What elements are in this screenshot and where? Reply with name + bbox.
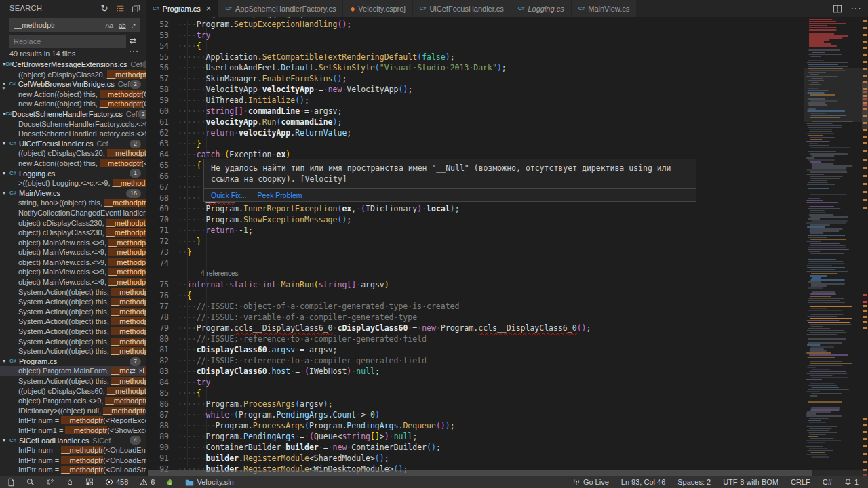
code-line[interactable]: 85····{ [146, 388, 201, 399]
code-line[interactable]: 73··} [146, 247, 192, 258]
search-match-row[interactable]: IntPtr num = __methodptr(<ReportExceptio… [0, 415, 146, 426]
code-line[interactable]: 61······velocityApp.Run(commandLine); [146, 117, 342, 127]
chevron-down-icon[interactable]: ▾ [3, 436, 9, 446]
search-match-row[interactable]: object) MainView.ccls.<>9, __methodptr(<… [0, 247, 146, 258]
collapse-all-icon[interactable] [131, 3, 140, 13]
search-file-row[interactable]: ▾C#MainView.cs16 [0, 188, 146, 199]
code-line[interactable]: 53····try [146, 30, 210, 41]
code-line[interactable]: 81····cDisplayClass60.argsv·=·argsv; [146, 344, 338, 355]
code-line[interactable]: 56······UserLookAndFeel.Default.SetSkinS… [146, 62, 507, 73]
chevron-down-icon[interactable]: ▾ [3, 139, 9, 149]
code-line[interactable]: 65····{ [146, 160, 201, 171]
replace-all-icon[interactable]: ⇄ [130, 36, 136, 45]
code-line[interactable]: 87······while·(Program.PendingArgs.Count… [146, 409, 380, 420]
chevron-down-icon[interactable]: ▾ [3, 188, 9, 199]
codelens-references[interactable]: 4 references [146, 268, 239, 279]
search-file-row[interactable]: ▾C#CefBrowserMessageExtensions.csCef1 [0, 60, 146, 70]
code-line[interactable]: 80····//·ISSUE:·reference·to·a·compiler-… [146, 333, 427, 344]
replace-icon[interactable]: ⇄ [129, 366, 135, 376]
search-match-row[interactable]: new Action((object) this, __methodptr(On… [0, 99, 146, 109]
search-match-row[interactable]: object) MainView.ccls.<>9, __methodptr(<… [0, 267, 146, 277]
search-match-row[interactable]: ((object) cDisplayClass20, __methodptr(<… [0, 70, 146, 80]
search-file-row[interactable]: ▾C#UiCefFocusHandler.csCef2 [0, 139, 146, 149]
search-match-row[interactable]: System.Action((object) this, __methodptr… [0, 317, 146, 327]
search-match-row[interactable]: IntPtr num1 = __methodptr(<ShowException… [0, 426, 146, 436]
whole-word-icon[interactable]: ab [117, 21, 127, 30]
code-line[interactable]: 82····//·ISSUE:·reference·to·a·compiler-… [146, 355, 427, 366]
code-line[interactable]: 83····cDisplayClass60.host·=·(IWebHost)·… [146, 366, 380, 377]
status-ln-93-col-46[interactable]: Ln 93, Col 46 [620, 478, 667, 486]
search-match-row[interactable]: string, bool>((object) this, __methodptr… [0, 198, 146, 208]
code-line[interactable]: 75··internal·static·int·MainRun(string[]… [146, 279, 389, 290]
search-match-row[interactable]: new Action((object) this, __methodptr(On… [0, 89, 146, 100]
search-match-row[interactable]: ((object) cDisplayClass60, __methodptr(<… [0, 386, 146, 396]
search-match-row[interactable]: System.Action((object) this, __methodptr… [0, 337, 146, 347]
code-line[interactable]: 89······Program.PendingArgs·=·(Queue<str… [146, 431, 417, 442]
source-control-icon[interactable] [45, 478, 56, 486]
live-server-flame-icon[interactable] [165, 478, 175, 487]
code-line[interactable]: 74 [146, 258, 178, 268]
code-line[interactable]: 63····} [146, 138, 201, 149]
dismiss-icon[interactable]: × [139, 366, 143, 376]
code-line[interactable]: 67······ [146, 182, 206, 192]
code-line[interactable]: 90······ContainerBuilder·builder·=·new·C… [146, 442, 441, 453]
status-spaces-2[interactable]: Spaces: 2 [676, 478, 712, 486]
debug-icon[interactable] [64, 478, 75, 486]
code-line[interactable]: 69······Program.InnerReportException(ex,… [146, 203, 460, 214]
search-match-row[interactable]: ((object) cDisplayClass20, __methodptr(<… [0, 148, 146, 159]
open-in-editor-icon[interactable] [115, 3, 125, 13]
search-file-row[interactable]: ▾C#DocsetSchemeHandlerFactory.csCef2 [0, 109, 146, 119]
code-line[interactable]: 70······Program.ShowExceptionMessage(); [146, 214, 351, 225]
code-line[interactable]: 72····} [146, 236, 201, 247]
search-file-row[interactable]: ▾C#CefWebBrowserVmBridge.csCef2 [0, 79, 146, 89]
search-file-row[interactable]: ▾C#SiCefLoadHandler.csSiCef4 [0, 436, 146, 446]
files-icon[interactable] [5, 478, 16, 487]
match-case-icon[interactable]: Aa [104, 21, 115, 30]
search-match-row[interactable]: System.Action((object) this, __methodptr… [0, 307, 146, 317]
code-line[interactable]: 58······VelocityApp·velocityApp·=·new·Ve… [146, 84, 412, 95]
scrollbar-thumb[interactable] [148, 470, 812, 476]
code-line[interactable]: 78····//·ISSUE:·variable·of·a·compiler-g… [146, 312, 417, 323]
search-match-row[interactable]: IntPtr num = __methodptr(<OnLoadError>__… [0, 455, 146, 466]
status-c#[interactable]: C# [821, 478, 833, 486]
code-line[interactable]: 66······ [146, 171, 206, 182]
code-line[interactable]: 84····try [146, 377, 210, 388]
tab-mainview-cs[interactable]: C#MainView.cs [572, 0, 637, 17]
quick-fix-link[interactable]: Quick Fix... [211, 191, 247, 199]
search-details-toggle-icon[interactable]: ··· [129, 46, 139, 56]
search-file-row[interactable]: ▾C#Program.cs7 [0, 357, 146, 367]
search-match-row[interactable]: DocsetSchemeHandlerFactory.ccls.<>9, __m… [0, 119, 146, 129]
tab-logging-cs[interactable]: C#Logging.cs [511, 0, 572, 17]
search-icon[interactable] [25, 478, 36, 486]
search-match-row[interactable]: object) Program.MainForm, __method...⇄× [0, 366, 146, 376]
refresh-icon[interactable]: ↻ [100, 3, 109, 13]
search-match-row[interactable]: IntPtr num = __methodptr(<OnLoadEnd>__0)… [0, 445, 146, 455]
code-line[interactable]: 88········Program.ProcessArgs(Program.Pe… [146, 420, 455, 431]
code-line[interactable]: 91······builder.RegisterModule<SharedMod… [146, 453, 389, 464]
search-match-row[interactable]: System.Action((object) this, __methodptr… [0, 376, 146, 386]
close-icon[interactable]: × [206, 5, 212, 12]
search-match-row[interactable]: System.Action((object) this, __methodptr… [0, 297, 146, 307]
search-match-row[interactable]: System.Action((object) this, __methodptr… [0, 287, 146, 298]
search-match-row[interactable]: >((object) Logging.<>c.<>9, __methodptr(… [0, 178, 146, 188]
code-line[interactable]: 60······string[]·commandLine·=·argsv; [146, 106, 342, 117]
code-line[interactable]: 86······Program.ProcessArgs(argsv); [146, 399, 333, 409]
search-match-row[interactable]: IntPtr num = __methodptr(<OnLoadStart>__… [0, 465, 146, 475]
problems-warnings[interactable]: 6 [138, 478, 156, 486]
more-actions-icon[interactable]: ··· [850, 3, 861, 15]
code-line[interactable]: 76··{ [146, 290, 192, 301]
search-input[interactable] [9, 21, 104, 29]
regex-icon[interactable]: .* [130, 21, 137, 30]
search-match-row[interactable]: new Action((object) this, __methodptr(<O… [0, 159, 146, 169]
extensions-icon[interactable] [84, 478, 95, 486]
search-match-row[interactable]: System.Action((object) this, __methodptr… [0, 327, 146, 337]
search-match-row[interactable]: object) MainView.ccls.<>9, __methodptr(<… [0, 277, 146, 287]
split-editor-icon[interactable] [833, 4, 842, 14]
status-utf-8-with-bom[interactable]: UTF-8 with BOM [722, 478, 780, 486]
code-editor[interactable]: 51····Program.SetupLogging();52····Progr… [146, 17, 868, 476]
search-match-row[interactable]: object) MainView.ccls.<>9, __methodptr(<… [0, 238, 146, 248]
code-line[interactable]: 52····Program.SetupExceptionHandling(); [146, 19, 351, 30]
code-line[interactable]: 54····{ [146, 41, 201, 52]
problems-errors[interactable]: 458 [104, 478, 130, 486]
chevron-down-icon[interactable]: ▾ [3, 357, 9, 367]
